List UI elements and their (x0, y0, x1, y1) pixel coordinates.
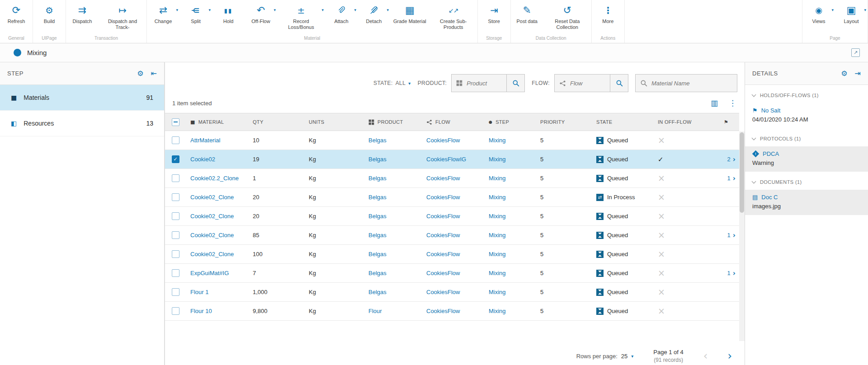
flow-filter-input[interactable] (569, 80, 610, 87)
product-filter-input[interactable] (466, 80, 506, 87)
flow-link[interactable]: CookiesFlow (426, 289, 460, 295)
column-header-product[interactable]: PRODUCT (364, 113, 422, 131)
row-checkbox[interactable] (172, 269, 179, 277)
sidebar-item-materials[interactable]: ■Materials91 (0, 85, 164, 111)
step-link[interactable]: Mixing (489, 137, 506, 144)
details-section-header-protocols[interactable]: PROTOCOLS (1) (745, 128, 868, 146)
column-header-qty[interactable]: QTY (248, 113, 304, 131)
product-link[interactable]: Belgas (368, 251, 387, 257)
ribbon-button-split[interactable]: ⋔▾Split (179, 0, 212, 34)
product-link[interactable]: Belgas (368, 270, 387, 276)
ribbon-button-reset-data-collection[interactable]: ↺Reset Data Collection (543, 0, 591, 34)
material-link[interactable]: Cookie02 (190, 156, 215, 163)
previous-page-button[interactable]: ‹ (703, 350, 708, 362)
table-row[interactable]: AttrMaterial10KgBelgasCookiesFlowMixing5… (165, 131, 739, 150)
state-filter-dropdown[interactable]: STATE: ALL ▾ (373, 80, 411, 86)
row-checkbox[interactable] (172, 193, 179, 201)
rows-per-page-dropdown[interactable]: Rows per page: 25 ▾ (576, 353, 634, 360)
details-item[interactable]: ▤Doc Cimages.jpg (745, 190, 868, 215)
material-link[interactable]: Cookie02_Clone (190, 251, 234, 257)
column-header-holds[interactable]: ⚑ (712, 113, 739, 131)
ribbon-button-dispatch[interactable]: ⇉Dispatch (66, 0, 99, 34)
row-checkbox[interactable] (172, 288, 179, 296)
related-count-link[interactable]: 2› (727, 155, 736, 164)
table-row[interactable]: Cookie02.2_Clone1KgBelgasCookiesFlowMixi… (165, 169, 739, 188)
ribbon-button-views[interactable]: ◉▾Views (802, 0, 835, 34)
step-panel-collapse-icon[interactable]: ⇤ (151, 69, 157, 78)
details-item[interactable]: !PDCAWarning (745, 146, 868, 172)
product-link[interactable]: Belgas (368, 156, 387, 163)
next-page-button[interactable]: › (727, 350, 732, 362)
step-link[interactable]: Mixing (489, 175, 506, 182)
table-row[interactable]: ✓Cookie0219KgBelgasCookiesFlowIGMixing5Q… (165, 150, 739, 169)
ribbon-button-off-flow[interactable]: ↶▾Off-Flow (245, 0, 277, 34)
ribbon-button-layout[interactable]: ▣▾Layout (835, 0, 868, 34)
material-link[interactable]: Cookie02_Clone (190, 232, 234, 239)
flow-link[interactable]: CookiesFlow (426, 251, 460, 257)
product-link[interactable]: Belgas (368, 289, 387, 295)
ribbon-button-attach[interactable]: ▾Attach (325, 0, 358, 34)
row-checkbox[interactable]: ✓ (172, 155, 179, 163)
ribbon-button-dispatch-and-track[interactable]: ↦Dispatch and Track- (99, 0, 146, 34)
material-link[interactable]: Cookie02_Clone (190, 213, 234, 220)
step-link[interactable]: Mixing (489, 232, 506, 239)
step-link[interactable]: Mixing (489, 194, 506, 201)
table-row[interactable]: Cookie02_Clone20KgBelgasCookiesFlowMixin… (165, 188, 739, 207)
product-link[interactable]: Belgas (368, 232, 387, 239)
column-header-flow[interactable]: FLOW (422, 113, 484, 131)
flow-link[interactable]: CookiesFlow (426, 175, 460, 182)
details-settings-gear-icon[interactable]: ⚙ (841, 69, 847, 78)
related-count-link[interactable]: 1› (727, 231, 736, 239)
grid-more-actions-icon[interactable]: ⋮ (729, 98, 736, 108)
column-header-step[interactable]: ● STEP (484, 113, 536, 131)
ribbon-button-build[interactable]: ⚙Build (33, 0, 66, 34)
table-row[interactable]: Cookie02_Clone100KgBelgasCookiesFlowMixi… (165, 245, 739, 264)
step-link[interactable]: Mixing (489, 270, 506, 276)
column-header-in-off-flow[interactable]: IN OFF-FLOW (653, 113, 712, 131)
product-search-button[interactable] (506, 75, 524, 92)
row-checkbox[interactable] (172, 307, 179, 315)
ribbon-button-post-data[interactable]: ✎Post data (511, 0, 543, 34)
step-link[interactable]: Mixing (489, 251, 506, 257)
product-link[interactable]: Flour (368, 308, 382, 314)
table-row[interactable]: Flour 109,800KgFlourCookiesFlowMixing5Qu… (165, 302, 739, 321)
details-item[interactable]: ⚑No Salt04/01/2020 10:24 AM (745, 103, 868, 128)
flow-link[interactable]: CookiesFlowIG (426, 156, 466, 163)
table-row[interactable]: ExpGuiMat#IG7KgBelgasCookiesFlowMixing5Q… (165, 264, 739, 283)
select-all-checkbox[interactable] (172, 118, 179, 126)
product-link[interactable]: Belgas (368, 175, 387, 182)
ribbon-button-grade-material[interactable]: ▦Grade Material (390, 0, 429, 34)
ribbon-button-more[interactable]: ⋮More (592, 0, 624, 34)
ribbon-button-refresh[interactable]: ⟳Refresh (0, 0, 33, 34)
details-panel-collapse-icon[interactable]: ⇥ (855, 69, 861, 78)
material-name-search-input[interactable] (651, 80, 737, 87)
row-checkbox[interactable] (172, 174, 179, 182)
table-row[interactable]: Cookie02_Clone85KgBelgasCookiesFlowMixin… (165, 226, 739, 245)
product-link[interactable]: Belgas (368, 194, 387, 201)
open-in-window-icon[interactable]: ↗ (851, 48, 860, 57)
table-row[interactable]: Cookie02_Clone20KgBelgasCookiesFlowMixin… (165, 207, 739, 226)
material-link[interactable]: Cookie02_Clone (190, 194, 234, 201)
table-scrollbar[interactable] (739, 131, 745, 341)
row-checkbox[interactable] (172, 136, 179, 144)
flow-link[interactable]: CookiesFlow (426, 137, 460, 144)
material-link[interactable]: Cookie02.2_Clone (190, 175, 239, 182)
flow-link[interactable]: CookiesFlow (426, 308, 460, 314)
step-link[interactable]: Mixing (489, 308, 506, 314)
row-checkbox[interactable] (172, 212, 179, 220)
column-header-state[interactable]: STATE (592, 113, 653, 131)
flow-search-button[interactable] (610, 75, 628, 92)
details-section-header-holds[interactable]: HOLDS/OFF-FLOWS (1) (745, 85, 868, 103)
step-link[interactable]: Mixing (489, 156, 506, 163)
row-checkbox[interactable] (172, 231, 179, 239)
step-link[interactable]: Mixing (489, 289, 506, 295)
related-count-link[interactable]: 1› (727, 269, 736, 277)
material-link[interactable]: ExpGuiMat#IG (190, 270, 229, 276)
ribbon-button-detach[interactable]: ▾Detach (358, 0, 390, 34)
details-section-header-documents[interactable]: DOCUMENTS (1) (745, 172, 868, 190)
ribbon-button-store[interactable]: ⇥Store (478, 0, 510, 34)
material-link[interactable]: Flour 1 (190, 289, 208, 295)
ribbon-button-hold[interactable]: ▮▮Hold (212, 0, 245, 34)
related-count-link[interactable]: 1› (727, 174, 736, 182)
material-link[interactable]: Flour 10 (190, 308, 212, 314)
